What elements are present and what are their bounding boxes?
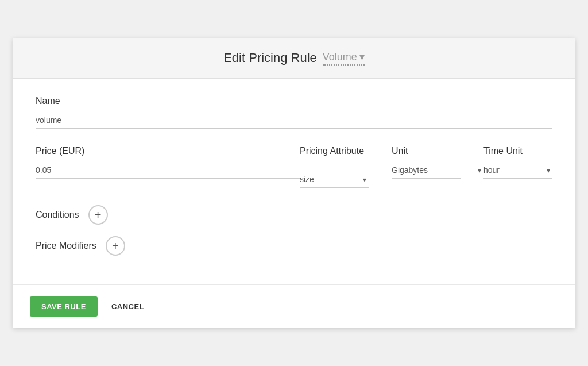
- time-unit-col: Time Unit hour day month year: [483, 146, 552, 179]
- header-dropdown-value: Volume: [323, 51, 357, 63]
- modal-container: Edit Pricing Rule Volume ▾ Name Price (E…: [13, 38, 575, 328]
- price-modifiers-row: Price Modifiers +: [36, 236, 552, 256]
- name-section: Name: [36, 96, 552, 129]
- modal-body: Name Price (EUR) Pricing Attribute size: [13, 79, 575, 284]
- pricing-attribute-label: Pricing Attribute: [300, 146, 392, 156]
- add-condition-icon: +: [95, 209, 102, 221]
- add-condition-button[interactable]: +: [88, 205, 108, 225]
- add-price-modifier-button[interactable]: +: [106, 236, 125, 256]
- time-unit-select-wrapper: hour day month year: [483, 162, 552, 179]
- cancel-button[interactable]: CANCEL: [109, 296, 146, 317]
- unit-select[interactable]: Gigabytes Megabytes Terabytes: [392, 162, 461, 179]
- pricing-attribute-select[interactable]: size: [300, 171, 369, 188]
- name-input[interactable]: [36, 112, 552, 129]
- time-unit-label: Time Unit: [483, 146, 552, 156]
- unit-col: Unit Gigabytes Megabytes Terabytes: [392, 146, 483, 179]
- save-rule-button[interactable]: SAVE RULE: [30, 296, 98, 317]
- add-price-modifier-icon: +: [112, 240, 119, 252]
- modal-footer: SAVE RULE CANCEL: [13, 284, 575, 328]
- conditions-row: Conditions +: [36, 205, 552, 225]
- pricing-attribute-select-wrapper: size: [300, 171, 369, 188]
- price-modifiers-label: Price Modifiers: [36, 241, 96, 251]
- price-col: Price (EUR): [36, 146, 300, 179]
- header-dropdown-arrow: ▾: [359, 51, 365, 63]
- name-label: Name: [36, 96, 552, 106]
- price-label: Price (EUR): [36, 146, 300, 156]
- unit-label: Unit: [392, 146, 483, 156]
- pricing-attribute-row: size: [300, 171, 392, 188]
- unit-select-wrapper: Gigabytes Megabytes Terabytes: [392, 162, 483, 179]
- pricing-attribute-col: Pricing Attribute size: [300, 146, 392, 188]
- modal-header: Edit Pricing Rule Volume ▾: [13, 38, 575, 79]
- price-input[interactable]: [36, 162, 300, 179]
- time-unit-select[interactable]: hour day month year: [483, 162, 552, 179]
- pricing-grid: Price (EUR) Pricing Attribute size Unit: [36, 146, 552, 188]
- modal-title: Edit Pricing Rule: [223, 51, 317, 66]
- header-dropdown[interactable]: Volume ▾: [323, 51, 365, 66]
- conditions-label: Conditions: [36, 210, 79, 220]
